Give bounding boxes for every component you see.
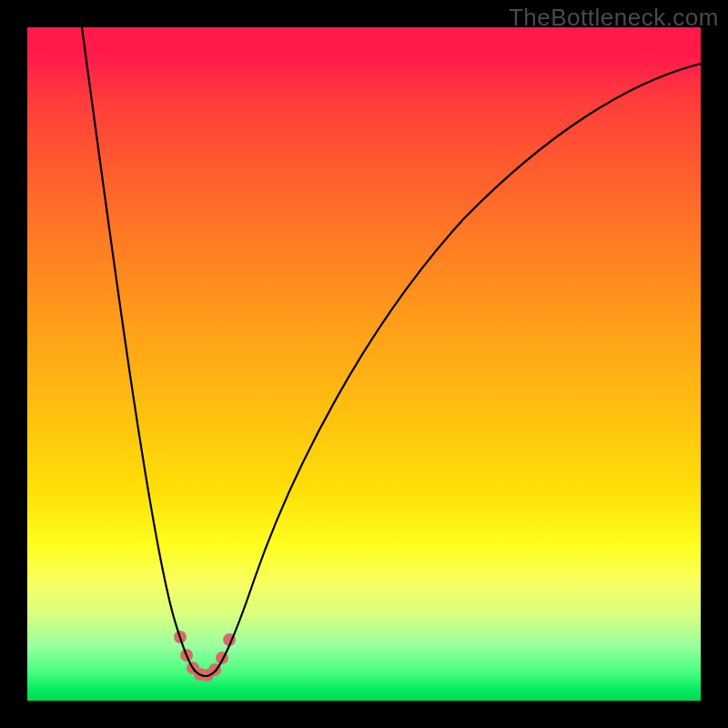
chart-area [27,27,701,701]
curve-left-arm [82,27,195,671]
bottleneck-curve [27,27,701,701]
curve-right-arm [216,64,701,671]
trough-markers [174,631,236,682]
